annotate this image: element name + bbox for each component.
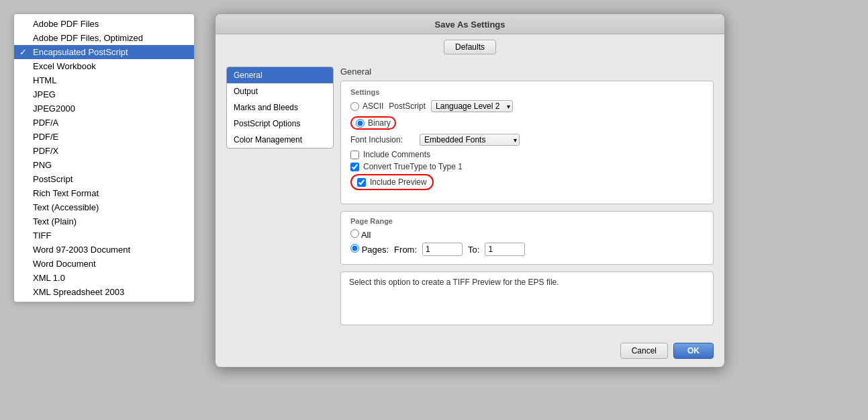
convert-truetype-label: Convert TrueType to Type 1 [363, 162, 463, 171]
description-text: Select this option to create a TIFF Prev… [349, 278, 559, 287]
font-inclusion-wrapper[interactable]: NoneEmbedded FontsEmbedded and SubsetAll [420, 134, 520, 146]
format-list-item[interactable]: Adobe PDF Files, Optimized [14, 31, 194, 45]
to-label: To: [468, 245, 479, 255]
dialog-sidebar: GeneralOutputMarks and BleedsPostScript … [226, 67, 334, 149]
format-list: Adobe PDF FilesAdobe PDF Files, Optimize… [13, 13, 195, 302]
dialog-title: Save As Settings [215, 14, 724, 34]
font-inclusion-label: Font Inclusion: [350, 135, 414, 144]
postscript-label: PostScript [389, 101, 426, 111]
format-list-item[interactable]: Word Document [14, 257, 194, 271]
dialog-body: GeneralOutputMarks and BleedsPostScript … [215, 60, 724, 337]
dialog-footer: Cancel OK [215, 337, 724, 367]
save-as-settings-dialog: Save As Settings Defaults GeneralOutputM… [215, 13, 725, 368]
binary-row: Binary [350, 116, 704, 130]
sidebar-item-color-management[interactable]: Color Management [227, 132, 333, 148]
settings-box: Settings ASCII PostScript Language Level… [340, 81, 714, 204]
pages-radio[interactable] [350, 244, 359, 253]
page-range-label: Page Range [350, 217, 704, 225]
format-list-item[interactable]: Text (Accessible) [14, 200, 194, 214]
defaults-button[interactable]: Defaults [444, 40, 496, 54]
include-comments-label: Include Comments [363, 150, 430, 159]
binary-circled[interactable]: Binary [350, 116, 396, 130]
all-radio-row: All [350, 229, 704, 240]
description-box: Select this option to create a TIFF Prev… [340, 271, 714, 325]
ascii-radio-label[interactable]: ASCII [350, 101, 383, 111]
format-list-item[interactable]: TIFF [14, 228, 194, 243]
ok-button[interactable]: OK [673, 343, 714, 359]
postscript-level-wrapper[interactable]: Language Level 1Language Level 2Language… [431, 100, 513, 112]
font-inclusion-select[interactable]: NoneEmbedded FontsEmbedded and SubsetAll [420, 134, 520, 146]
format-list-item[interactable]: XML 1.0 [14, 271, 194, 285]
format-list-item[interactable]: Excel Workbook [14, 59, 194, 73]
format-list-item[interactable]: JPEG2000 [14, 101, 194, 116]
ascii-postscript-row: ASCII PostScript Language Level 1Languag… [350, 100, 704, 112]
format-list-item[interactable]: PostScript [14, 172, 194, 186]
format-list-item[interactable]: HTML [14, 73, 194, 87]
format-list-item[interactable]: PDF/A [14, 116, 194, 130]
format-list-item[interactable]: JPEG [14, 87, 194, 101]
sidebar-item-general[interactable]: General [227, 67, 333, 83]
dialog-main-content: General Settings ASCII PostScript Langua… [340, 67, 714, 331]
format-list-item[interactable]: Word 97-2003 Document [14, 243, 194, 257]
include-preview-checkbox[interactable] [357, 178, 366, 187]
postscript-level-select[interactable]: Language Level 1Language Level 2Language… [431, 100, 513, 112]
all-radio[interactable] [350, 229, 359, 238]
all-radio-label[interactable]: All [350, 229, 371, 240]
section-title: General [340, 67, 714, 77]
include-comments-checkbox[interactable] [350, 151, 359, 159]
sidebar-item-marks-and-bleeds[interactable]: Marks and Bleeds [227, 99, 333, 116]
page-range-box: Page Range All Pages: From: To: [340, 211, 714, 265]
format-list-item[interactable]: XML Spreadsheet 2003 [14, 285, 194, 299]
font-inclusion-row: Font Inclusion: NoneEmbedded FontsEmbedd… [350, 134, 704, 146]
include-preview-label: Include Preview [370, 177, 427, 187]
pages-radio-label[interactable]: Pages: [350, 244, 389, 255]
convert-truetype-row: Convert TrueType to Type 1 [350, 162, 704, 171]
include-comments-row: Include Comments [350, 150, 704, 159]
to-input[interactable] [485, 243, 525, 256]
include-preview-row: Include Preview [350, 174, 704, 193]
format-list-item[interactable]: ✓Encapsulated PostScript [14, 45, 194, 59]
ascii-radio[interactable] [350, 102, 359, 111]
binary-label: Binary [368, 118, 391, 128]
sidebar-item-postscript-options[interactable]: PostScript Options [227, 116, 333, 132]
cancel-button[interactable]: Cancel [620, 343, 668, 359]
dialog-toolbar: Defaults [215, 34, 724, 60]
pages-radio-row: Pages: From: To: [350, 243, 704, 256]
format-list-item[interactable]: PDF/X [14, 144, 194, 158]
from-label: From: [394, 245, 417, 255]
format-list-item[interactable]: Rich Text Format [14, 186, 194, 200]
convert-truetype-checkbox[interactable] [350, 163, 359, 171]
format-list-item[interactable]: PDF/E [14, 130, 194, 144]
binary-radio[interactable] [356, 119, 365, 128]
settings-label: Settings [350, 88, 704, 96]
checkmark-icon: ✓ [19, 47, 27, 57]
format-list-item[interactable]: Adobe PDF Files [14, 17, 194, 31]
include-preview-circled[interactable]: Include Preview [350, 174, 434, 190]
format-list-item[interactable]: PNG [14, 158, 194, 172]
sidebar-item-output[interactable]: Output [227, 83, 333, 99]
from-input[interactable] [422, 243, 463, 256]
format-list-item[interactable]: Text (Plain) [14, 214, 194, 228]
